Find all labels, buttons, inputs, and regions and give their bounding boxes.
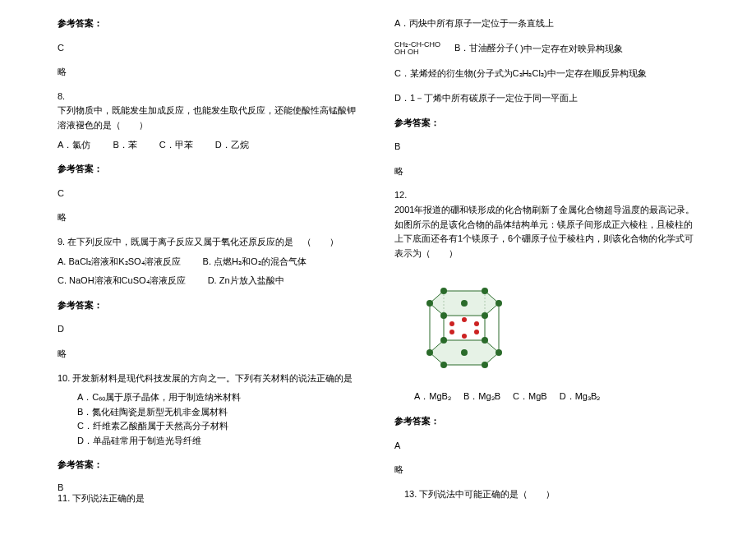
q11-b-label: B．甘油醛分子( [454, 41, 518, 56]
q11-formula-line2: OH OH [394, 48, 419, 56]
answer-heading: 参考答案： [58, 162, 362, 177]
answer-7: C [58, 41, 362, 56]
svg-point-9 [482, 288, 488, 294]
answer-heading: 参考答案： [394, 414, 698, 429]
q8-number: 8. [58, 90, 362, 104]
q8-stem: 下列物质中，既能发生加成反应，也能发生取代反应，还能使酸性高锰酸钾溶液褪色的是（… [58, 104, 362, 132]
lue-text: 略 [394, 164, 698, 179]
q9-a: A. BaCl₂溶液和K₂SO₄溶液反应 [58, 256, 181, 266]
svg-point-8 [440, 288, 447, 294]
q12-c: C．MgB [513, 391, 547, 401]
q12-options: A．MgB₂ B．Mg₂B C．MgB D．Mg₃B₂ [394, 390, 698, 404]
answer-10: B [58, 482, 362, 492]
crystal-diagram [394, 279, 698, 377]
q12-d: D．Mg₃B₂ [560, 391, 601, 401]
svg-point-26 [462, 334, 467, 339]
lue-text: 略 [58, 210, 362, 225]
q11-b-tail: )中一定存在对映异构现象 [520, 43, 623, 53]
svg-point-18 [482, 362, 488, 368]
q9-b: B. 点燃H₂和O₂的混合气体 [203, 256, 307, 266]
q9-options-row2: C. NaOH溶液和CuSO₄溶液反应 D. Zn片放入盐酸中 [58, 274, 362, 288]
q10-d: D．单晶硅常用于制造光导纤维 [58, 434, 362, 449]
hexagonal-prism-icon [419, 279, 509, 377]
svg-point-15 [440, 337, 447, 344]
lue-text: 略 [394, 463, 698, 477]
right-column: A．丙炔中所有原子一定位于一条直线上 CH₂-CH-CHO OH OH B．甘油… [394, 16, 698, 519]
svg-point-22 [449, 321, 454, 326]
q8-a: A．氯仿 [58, 140, 90, 150]
q11-formula-line1: CH₂-CH-CHO [394, 40, 440, 48]
answer-8: C [58, 187, 362, 201]
q12-b: B．Mg₂B [463, 391, 500, 401]
svg-point-20 [426, 349, 433, 356]
q11-a: A．丙炔中所有原子一定位于一条直线上 [394, 16, 698, 31]
q9-d: D. Zn片放入盐酸中 [208, 275, 284, 285]
q10-b: B．氮化硅陶瓷是新型无机非金属材料 [58, 405, 362, 420]
svg-point-17 [496, 349, 502, 356]
svg-point-13 [426, 300, 433, 307]
answer-12: A [394, 439, 698, 454]
svg-point-27 [474, 330, 479, 334]
q13-stem: 13. 下列说法中可能正确的是（ ） [394, 487, 698, 502]
q9-c: C. NaOH溶液和CuSO₄溶液反应 [58, 275, 186, 285]
q11-stem: 11. 下列说法正确的是 [58, 492, 362, 505]
q12-a: A．MgB₂ [414, 391, 451, 401]
svg-point-10 [496, 300, 502, 307]
q10-c: C．纤维素乙酸酯属于天然高分子材料 [58, 419, 362, 434]
svg-point-14 [461, 300, 468, 307]
svg-point-21 [461, 349, 468, 356]
q12-number: 12. [394, 188, 698, 203]
answer-11: B [394, 140, 698, 155]
q11-d: D．1－丁烯中所有碳原子一定位于同一平面上 [394, 91, 698, 106]
svg-point-23 [462, 317, 467, 322]
answer-heading: 参考答案： [58, 458, 362, 473]
lue-text: 略 [58, 65, 362, 80]
q8-c: C．甲苯 [159, 140, 193, 150]
q12-stem: 2001年报道的硼和镁形成的化合物刷新了金属化合物超导温度的最高记录。如图所示的… [394, 203, 698, 261]
svg-point-24 [474, 321, 479, 326]
q11-formula: CH₂-CH-CHO OH OH [394, 41, 440, 58]
left-column: 参考答案： C 略 8. 下列物质中，既能发生加成反应，也能发生取代反应，还能使… [58, 16, 362, 519]
q8-options: A．氯仿 B．苯 C．甲苯 D．乙烷 [58, 138, 362, 153]
svg-point-16 [482, 337, 488, 344]
question-12: 12. 2001年报道的硼和镁形成的化合物刷新了金属化合物超导温度的最高记录。如… [394, 188, 698, 261]
q9-stem: 9. 在下列反应中，既属于离子反应又属于氧化还原反应的是 （ ） [58, 235, 362, 250]
question-9: 9. 在下列反应中，既属于离子反应又属于氧化还原反应的是 （ ） A. BaCl… [58, 235, 362, 288]
q11-c: C．某烯烃的衍生物(分子式为C₂H₂Cl₂)中一定存在顺反异构现象 [394, 67, 698, 81]
answer-heading: 参考答案： [58, 16, 362, 31]
lue-text: 略 [58, 347, 362, 362]
svg-point-11 [482, 312, 488, 319]
q11-b-row: CH₂-CH-CHO OH OH B．甘油醛分子( )中一定存在对映异构现象 [394, 41, 698, 58]
answer-heading: 参考答案： [394, 116, 698, 131]
answer-9: D [58, 322, 362, 337]
svg-point-25 [449, 330, 454, 334]
q10-stem: 10. 开发新材料是现代科技发展的方向之一。下列有关材料的说法正确的是 [58, 371, 362, 386]
svg-point-12 [440, 312, 447, 319]
q9-options-row1: A. BaCl₂溶液和K₂SO₄溶液反应 B. 点燃H₂和O₂的混合气体 [58, 255, 362, 270]
q8-b: B．苯 [113, 140, 136, 150]
q10-a: A．C₆₀属于原子晶体，用于制造纳米材料 [58, 390, 362, 405]
question-10: 10. 开发新材料是现代科技发展的方向之一。下列有关材料的说法正确的是 A．C₆… [58, 371, 362, 449]
question-8: 8. 下列物质中，既能发生加成反应，也能发生取代反应，还能使酸性高锰酸钾溶液褪色… [58, 90, 362, 152]
answer-heading: 参考答案： [58, 298, 362, 313]
svg-point-19 [440, 362, 447, 368]
q8-d: D．乙烷 [215, 140, 249, 150]
